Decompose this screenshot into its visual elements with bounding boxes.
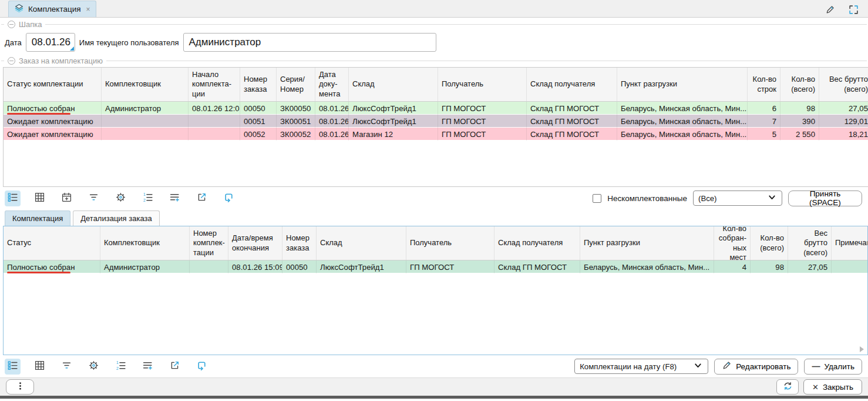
- cell[interactable]: 27,05: [819, 102, 868, 115]
- cell[interactable]: 98: [780, 102, 819, 115]
- collapse-icon[interactable]: [8, 57, 15, 65]
- h-scroll-arrow-icon[interactable]: [860, 346, 864, 352]
- column-header-10[interactable]: Кол-во (всего): [751, 226, 788, 260]
- cell[interactable]: Администратор: [102, 102, 189, 115]
- column-header-12[interactable]: Вес брутто (всего): [819, 68, 868, 101]
- column-header-12[interactable]: Примечание: [832, 226, 868, 260]
- list-view-button[interactable]: [5, 359, 21, 375]
- cell[interactable]: 6: [748, 102, 780, 115]
- cell[interactable]: Беларусь, Минская область, Мин...: [617, 102, 748, 115]
- column-header-5[interactable]: Дата доку­мента: [315, 68, 349, 101]
- add-list-button[interactable]: [167, 191, 183, 206]
- refresh-button[interactable]: [776, 379, 799, 395]
- detail-tab-inactive[interactable]: Детализация заказа: [73, 210, 159, 226]
- cell[interactable]: 08.01.26 15:09: [228, 260, 282, 273]
- delete-button[interactable]: — Удалить: [804, 359, 862, 375]
- table-row[interactable]: Ожидает комплектацию00052ЗК0005208.01.26…: [4, 128, 868, 141]
- tab-close-icon[interactable]: ×: [86, 5, 90, 14]
- fullscreen-icon[interactable]: [847, 3, 860, 16]
- settings-gear-button[interactable]: [113, 191, 129, 206]
- edit-button[interactable]: Редактировать: [714, 359, 798, 375]
- column-header-11[interactable]: Вес брутто (всего): [788, 226, 832, 260]
- grid-view-button[interactable]: [32, 191, 48, 206]
- column-header-11[interactable]: Кол-во (всего): [780, 68, 819, 101]
- tab-komplektacia[interactable]: Комплектация ×: [8, 1, 96, 17]
- cell[interactable]: Беларусь, Минская область, Мин...: [617, 115, 748, 128]
- cell[interactable]: ЛюксСофтТрейд1: [349, 102, 438, 115]
- cell[interactable]: Склад ГП МОГОСТ: [527, 128, 617, 141]
- cell[interactable]: 08.01.26 12:09: [189, 102, 240, 115]
- cell[interactable]: ЗК00051: [277, 115, 315, 128]
- cell[interactable]: Ожидает комплектацию: [4, 115, 102, 128]
- grid-view-button[interactable]: [32, 359, 48, 375]
- filter-button[interactable]: [59, 359, 75, 375]
- cell[interactable]: 4: [714, 260, 751, 273]
- current-user-field[interactable]: Администратор: [183, 33, 436, 52]
- filter-button[interactable]: [86, 191, 102, 206]
- cell[interactable]: 08.01.26: [315, 115, 349, 128]
- column-header-5[interactable]: Склад: [317, 226, 406, 260]
- column-header-7[interactable]: Склад получателя: [494, 226, 580, 260]
- cell[interactable]: Беларусь, Минская область, Мин...: [580, 260, 714, 273]
- list-view-button[interactable]: [5, 191, 21, 206]
- cell[interactable]: Беларусь, Минская область, Мин...: [617, 128, 748, 141]
- open-external-button[interactable]: [194, 191, 210, 206]
- cell[interactable]: 08.01.26: [315, 102, 349, 115]
- cell[interactable]: 00050: [240, 102, 277, 115]
- numbered-list-button[interactable]: 12: [140, 191, 156, 206]
- cell[interactable]: 00052: [240, 128, 277, 141]
- cell[interactable]: [832, 260, 868, 273]
- column-header-4[interactable]: Номер заказа: [282, 226, 317, 260]
- column-header-8[interactable]: Склад получателя: [527, 68, 617, 101]
- refresh-loop-button[interactable]: [221, 191, 237, 206]
- column-header-1[interactable]: Комплектовщик: [102, 68, 189, 101]
- refresh-loop-button[interactable]: [194, 359, 210, 375]
- cell[interactable]: ЛюксСофтТрейд1: [349, 115, 438, 128]
- cell[interactable]: ГП МОГОСТ: [406, 260, 494, 273]
- calendar-add-button[interactable]: [59, 191, 75, 206]
- settings-gear-button[interactable]: [86, 359, 102, 375]
- column-header-1[interactable]: Комплектовщик: [100, 226, 190, 260]
- column-header-6[interactable]: Получатель: [406, 226, 494, 260]
- cell[interactable]: Администратор: [100, 260, 190, 273]
- cell[interactable]: 00051: [240, 115, 277, 128]
- filter-select[interactable]: (Все): [693, 191, 782, 206]
- cell[interactable]: 7: [748, 115, 780, 128]
- cell[interactable]: Склад ГП МОГОСТ: [494, 260, 580, 273]
- collapse-icon[interactable]: [8, 21, 15, 28]
- column-header-7[interactable]: Получатель: [438, 68, 527, 101]
- add-list-button[interactable]: [140, 359, 156, 375]
- table-row[interactable]: Полностью собранАдминистратор08.01.26 15…: [4, 260, 867, 273]
- cell[interactable]: [189, 115, 240, 128]
- column-header-10[interactable]: Кол-во строк: [748, 68, 780, 101]
- detail-tab-active[interactable]: Комплектация: [5, 210, 70, 226]
- open-external-button[interactable]: [167, 359, 183, 375]
- cell[interactable]: ГП МОГОСТ: [438, 128, 527, 141]
- cell[interactable]: 27,05: [788, 260, 832, 273]
- cell[interactable]: Склад ГП МОГОСТ: [527, 115, 617, 128]
- column-header-8[interactable]: Пункт разгрузки: [580, 226, 714, 260]
- cell[interactable]: [190, 260, 228, 273]
- column-header-0[interactable]: Статус комплектации: [4, 68, 102, 101]
- column-header-4[interactable]: Серия/ Номер: [277, 68, 315, 101]
- column-header-3[interactable]: Номер заказа: [240, 68, 277, 101]
- table-row[interactable]: Ожидает комплектацию00051ЗК0005108.01.26…: [4, 115, 868, 128]
- column-header-0[interactable]: Статус: [4, 226, 100, 260]
- cell[interactable]: Магазин 12: [349, 128, 438, 141]
- cell[interactable]: 129,01: [819, 115, 868, 128]
- cell[interactable]: Склад ГП МОГОСТ: [527, 102, 617, 115]
- column-header-2[interactable]: Номер комплек­тации: [190, 226, 228, 260]
- cell[interactable]: 00050: [282, 260, 317, 273]
- cell[interactable]: [102, 115, 189, 128]
- unassembled-checkbox-label[interactable]: Нескомплектованные: [607, 194, 687, 203]
- cell[interactable]: ЗК00050: [277, 102, 315, 115]
- cell[interactable]: 98: [751, 260, 788, 273]
- close-button[interactable]: ✕ Закрыть: [803, 379, 862, 395]
- column-header-6[interactable]: Склад: [349, 68, 438, 101]
- cell[interactable]: [102, 128, 189, 141]
- date-field[interactable]: 08.01.26: [26, 33, 75, 52]
- cell[interactable]: 18,21: [819, 128, 868, 141]
- column-header-3[interactable]: Дата/время окончания: [228, 226, 282, 260]
- cell[interactable]: ГП МОГОСТ: [438, 115, 527, 128]
- table-row[interactable]: Полностью собранАдминистратор08.01.26 12…: [4, 102, 868, 115]
